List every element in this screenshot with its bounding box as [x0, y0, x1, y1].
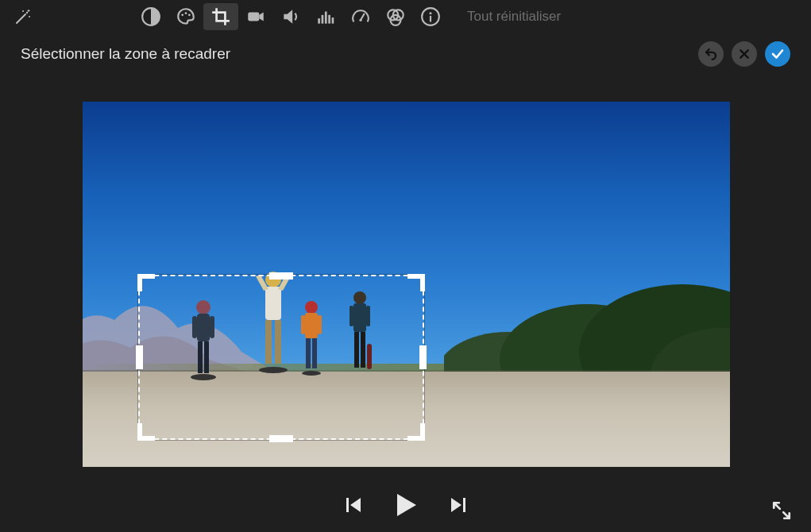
volume-button[interactable]: [273, 3, 308, 30]
equalizer-icon: [315, 6, 336, 27]
equalizer-button[interactable]: [308, 3, 343, 30]
stabilize-button[interactable]: [238, 3, 273, 30]
svg-point-4: [188, 13, 191, 16]
svg-rect-8: [325, 12, 327, 24]
undo-button[interactable]: [698, 41, 724, 67]
crop-handle-left[interactable]: [136, 345, 143, 369]
crop-handle-right[interactable]: [419, 345, 427, 369]
svg-rect-9: [328, 15, 330, 24]
filters-button[interactable]: [378, 3, 413, 30]
camera-icon: [245, 6, 266, 27]
next-frame-button[interactable]: [450, 495, 467, 515]
tool-group: Tout réinitialiser: [133, 3, 561, 30]
skip-forward-icon: [450, 495, 467, 515]
crop-icon: [210, 6, 231, 27]
video-preview[interactable]: [83, 102, 730, 467]
expand-button[interactable]: [771, 500, 792, 524]
crop-handle-bottom[interactable]: [269, 435, 293, 442]
info-icon: [420, 6, 441, 27]
undo-icon: [704, 47, 718, 61]
crop-handle-top[interactable]: [269, 272, 293, 279]
volume-icon: [280, 6, 301, 27]
palette-icon: [176, 6, 196, 27]
magic-wand-icon: [14, 7, 33, 26]
play-icon: [394, 492, 418, 518]
crop-selection-rect[interactable]: [138, 275, 424, 440]
prev-frame-button[interactable]: [345, 495, 362, 515]
info-button[interactable]: [413, 3, 448, 30]
magic-wand-button[interactable]: [11, 5, 35, 29]
speedometer-icon: [350, 6, 371, 27]
skip-back-icon: [345, 495, 362, 515]
svg-rect-50: [463, 498, 465, 512]
svg-point-17: [429, 12, 431, 14]
color-button[interactable]: [168, 3, 203, 30]
checkmark-icon: [770, 47, 785, 61]
play-button[interactable]: [394, 492, 418, 518]
expand-icon: [771, 500, 792, 521]
svg-point-0: [26, 12, 28, 13]
crop-instruction-label: Sélectionner la zone à recadrer: [21, 45, 230, 63]
svg-rect-7: [322, 15, 324, 24]
svg-point-3: [185, 12, 187, 14]
cancel-button[interactable]: [732, 41, 757, 67]
cancel-icon: [738, 48, 751, 60]
crop-handle-top-right[interactable]: [407, 274, 425, 291]
svg-rect-5: [248, 13, 259, 21]
crop-action-buttons: [698, 41, 790, 67]
svg-rect-10: [332, 17, 334, 24]
svg-point-12: [359, 19, 361, 21]
svg-rect-18: [430, 16, 431, 22]
svg-rect-49: [346, 498, 349, 512]
playback-controls: [0, 481, 811, 529]
contrast-icon: [141, 6, 161, 27]
accept-button[interactable]: [765, 41, 790, 67]
crop-subbar: Sélectionner la zone à recadrer: [0, 33, 811, 70]
contrast-button[interactable]: [133, 3, 168, 30]
crop-handle-bottom-left[interactable]: [137, 423, 155, 441]
crop-button[interactable]: [203, 3, 238, 30]
crop-handle-bottom-right[interactable]: [407, 423, 425, 441]
reset-all-button[interactable]: Tout réinitialiser: [467, 9, 561, 25]
crop-handle-top-left[interactable]: [137, 274, 155, 291]
speed-button[interactable]: [343, 3, 378, 30]
venn-icon: [385, 6, 406, 27]
svg-point-2: [181, 13, 183, 16]
svg-rect-6: [318, 18, 320, 23]
top-toolbar: Tout réinitialiser: [0, 0, 811, 33]
